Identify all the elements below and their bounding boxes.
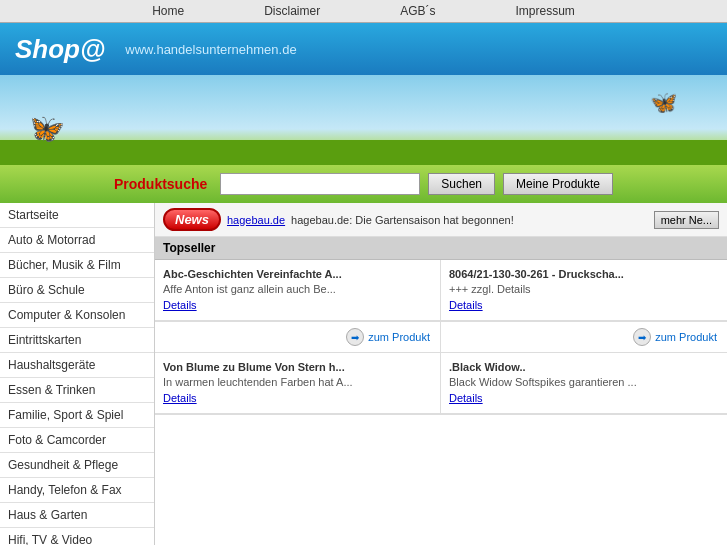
sidebar-item-handy[interactable]: Handy, Telefon & Fax	[0, 478, 154, 503]
main-layout: Startseite Auto & Motorrad Bücher, Musik…	[0, 203, 727, 545]
news-bar: News hagebau.de hagebau.de: Die Gartensa…	[155, 203, 727, 237]
news-link[interactable]: hagebau.de	[227, 214, 285, 226]
product-title-3: Von Blume zu Blume Von Stern h...	[163, 361, 432, 373]
product-title-2: 8064/21-130-30-261 - Druckscha...	[449, 268, 719, 280]
search-label: Produktsuche	[114, 176, 207, 192]
arrow-icon-2: ➡	[633, 328, 651, 346]
news-badge: News	[163, 208, 221, 231]
product-cell-3: Von Blume zu Blume Von Stern h... In war…	[155, 353, 441, 414]
butterfly-right-icon: 🦋	[650, 90, 677, 116]
zum-cell-1: ➡ zum Produkt	[155, 322, 441, 352]
zum-cell-2: ➡ zum Produkt	[441, 322, 727, 352]
sidebar-item-buero[interactable]: Büro & Schule	[0, 278, 154, 303]
arrow-icon-1: ➡	[346, 328, 364, 346]
sidebar-item-foto[interactable]: Foto & Camcorder	[0, 428, 154, 453]
products-grid-row2: Von Blume zu Blume Von Stern h... In war…	[155, 353, 727, 415]
site-header: Shop@ www.handelsunternehmen.de	[0, 23, 727, 75]
product-details-1[interactable]: Details	[163, 299, 197, 311]
my-products-button[interactable]: Meine Produkte	[503, 173, 613, 195]
product-desc-2: +++ zzgl. Details	[449, 283, 719, 295]
grass-overlay	[0, 140, 727, 165]
sidebar-item-essen[interactable]: Essen & Trinken	[0, 378, 154, 403]
search-button[interactable]: Suchen	[428, 173, 495, 195]
site-logo: Shop@	[15, 34, 105, 65]
product-desc-4: Black Widow Softspikes garantieren ...	[449, 376, 719, 388]
product-details-4[interactable]: Details	[449, 392, 483, 404]
nav-agbs[interactable]: AGB´s	[400, 4, 435, 18]
nav-disclaimer[interactable]: Disclaimer	[264, 4, 320, 18]
news-text: hagebau.de: Die Gartensaison hat begonne…	[291, 214, 648, 226]
product-details-2[interactable]: Details	[449, 299, 483, 311]
zum-produkt-label-1: zum Produkt	[368, 331, 430, 343]
sidebar-item-auto[interactable]: Auto & Motorrad	[0, 228, 154, 253]
zum-row-1: ➡ zum Produkt ➡ zum Produkt	[155, 322, 727, 353]
nav-impressum[interactable]: Impressum	[516, 4, 575, 18]
top-navigation: Home Disclaimer AGB´s Impressum	[0, 0, 727, 23]
zum-produkt-label-2: zum Produkt	[655, 331, 717, 343]
search-bar: Produktsuche Suchen Meine Produkte	[0, 165, 727, 203]
zum-produkt-link-1[interactable]: ➡ zum Produkt	[346, 328, 430, 346]
sidebar-item-startseite[interactable]: Startseite	[0, 203, 154, 228]
sidebar-item-gesundheit[interactable]: Gesundheit & Pflege	[0, 453, 154, 478]
sidebar-item-computer[interactable]: Computer & Konsolen	[0, 303, 154, 328]
product-details-3[interactable]: Details	[163, 392, 197, 404]
nav-home[interactable]: Home	[152, 4, 184, 18]
sidebar-item-buecher[interactable]: Bücher, Musik & Film	[0, 253, 154, 278]
sidebar-item-haushaltsgeraete[interactable]: Haushaltsgeräte	[0, 353, 154, 378]
sidebar-item-eintrittskarten[interactable]: Eintrittskarten	[0, 328, 154, 353]
site-url: www.handelsunternehmen.de	[125, 42, 296, 57]
sidebar: Startseite Auto & Motorrad Bücher, Musik…	[0, 203, 155, 545]
sidebar-item-hifi[interactable]: Hifi, TV & Video	[0, 528, 154, 545]
zum-produkt-link-2[interactable]: ➡ zum Produkt	[633, 328, 717, 346]
butterfly-left-icon: 🦋	[30, 112, 65, 145]
sidebar-item-haus[interactable]: Haus & Garten	[0, 503, 154, 528]
product-cell-2: 8064/21-130-30-261 - Druckscha... +++ zz…	[441, 260, 727, 321]
product-cell-4: .Black Widow.. Black Widow Softspikes ga…	[441, 353, 727, 414]
main-content: News hagebau.de hagebau.de: Die Gartensa…	[155, 203, 727, 545]
products-grid-row1: Abc-Geschichten Vereinfachte A... Affe A…	[155, 260, 727, 322]
product-title-4: .Black Widow..	[449, 361, 719, 373]
product-title-1: Abc-Geschichten Vereinfachte A...	[163, 268, 432, 280]
topseller-header: Topseller	[155, 237, 727, 260]
sky-banner: 🦋 🦋	[0, 75, 727, 165]
product-desc-1: Affe Anton ist ganz allein auch Be...	[163, 283, 432, 295]
sidebar-item-familie[interactable]: Familie, Sport & Spiel	[0, 403, 154, 428]
more-news-button[interactable]: mehr Ne...	[654, 211, 719, 229]
product-cell-1: Abc-Geschichten Vereinfachte A... Affe A…	[155, 260, 441, 321]
product-desc-3: In warmen leuchtenden Farben hat A...	[163, 376, 432, 388]
search-input[interactable]	[220, 173, 420, 195]
